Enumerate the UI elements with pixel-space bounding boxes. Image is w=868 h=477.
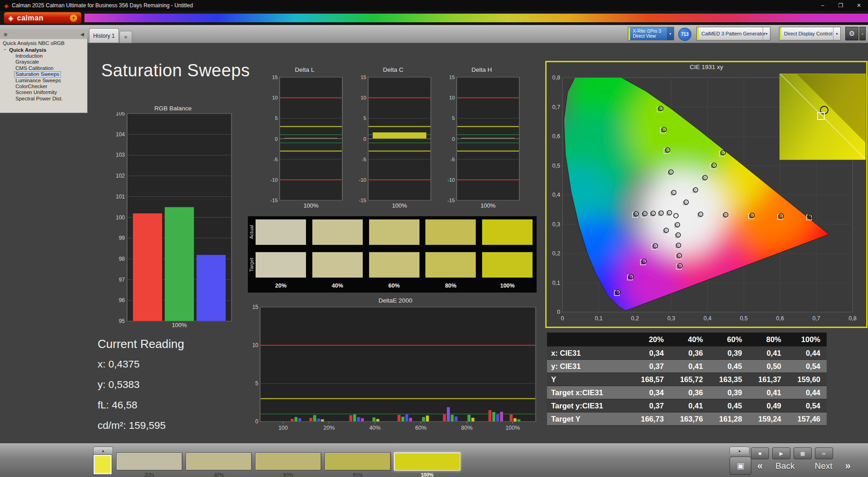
add-tab-button[interactable]: + xyxy=(119,31,132,43)
back-button[interactable]: Back xyxy=(765,461,804,471)
saturation-swatch-color xyxy=(255,452,321,471)
sidebar-item-luminance-sweeps[interactable]: Luminance Sweeps xyxy=(14,78,62,84)
workflow-options-icon[interactable]: ◉ xyxy=(4,32,8,37)
table-cell: 161,37 xyxy=(749,373,788,386)
delta-l-chart: Delta L 151050-5-10-15100% xyxy=(266,66,343,210)
svg-text:-15: -15 xyxy=(270,198,278,203)
logo-bar: ◈ calman ▼ xyxy=(0,11,868,25)
svg-text:0,7: 0,7 xyxy=(552,104,560,110)
tab-history-1[interactable]: History 1 xyxy=(89,28,119,43)
play-button[interactable]: ▶ xyxy=(772,447,790,459)
panel-edge-button[interactable]: ▪ xyxy=(859,27,866,40)
save-button[interactable]: ▦ xyxy=(794,447,812,459)
table-row-label: x: CIE31 xyxy=(547,347,631,360)
table-row-label: y: CIE31 xyxy=(547,360,631,373)
tab-bar: History 1 + X-Rite i1Pro 3 Direct View ▼… xyxy=(0,25,868,43)
table-header-40%: 40% xyxy=(670,333,709,347)
calman-logo-icon: ◈ xyxy=(8,15,14,21)
svg-text:10: 10 xyxy=(449,95,455,100)
actual-swatch-80% xyxy=(425,219,476,245)
rgb-balance-chart: RGB Balance 1051041031021011009998979695… xyxy=(113,105,232,333)
sidebar-item-saturation-sweeps[interactable]: Saturation Sweeps xyxy=(14,71,61,77)
close-button[interactable]: ✕ xyxy=(850,0,868,11)
minimize-button[interactable]: – xyxy=(814,0,832,11)
svg-text:96: 96 xyxy=(119,297,125,303)
collapse-sidebar-button[interactable]: ◀ xyxy=(80,32,84,37)
table-cell: 0,41 xyxy=(749,386,788,399)
saturation-swatch-button-80%[interactable]: 80% xyxy=(325,452,391,477)
delta-h-plot: 151050-5-10-15100% xyxy=(443,74,520,210)
saturation-swatch-button-20%[interactable]: 20% xyxy=(116,452,182,477)
workflow-root-label: Quick Analysis xyxy=(9,47,46,53)
pattern-window-button[interactable]: ▣ xyxy=(730,457,751,475)
table-row: x: CIE310,340,360,390,410,44 xyxy=(547,347,827,360)
table-row-label: Target x:CIE31 xyxy=(547,386,631,399)
delta-h-chart: Delta H 151050-5-10-15100% xyxy=(443,66,520,210)
svg-text:97: 97 xyxy=(119,277,125,283)
svg-text:0,5: 0,5 xyxy=(552,163,560,169)
pattern-generator-dropdown[interactable]: CalMED 3 Pattern Generator ▼ xyxy=(696,27,770,40)
svg-text:-5: -5 xyxy=(273,157,278,162)
sidebar-item-colorchecker[interactable]: ColorChecker xyxy=(14,84,49,89)
svg-text:15: 15 xyxy=(272,75,278,80)
reading-cdm2: cd/m²: 159,595 xyxy=(98,420,184,432)
svg-text:0,2: 0,2 xyxy=(631,315,639,322)
swatch-column-label-80%: 80% xyxy=(425,283,476,289)
window-controls: – ❐ ✕ xyxy=(814,0,868,11)
svg-text:80%: 80% xyxy=(461,425,473,431)
target-swatch-100% xyxy=(482,252,533,278)
last-page-button[interactable]: » xyxy=(843,460,853,472)
target-swatch-80% xyxy=(425,252,476,278)
svg-text:0,3: 0,3 xyxy=(552,221,560,228)
sidebar-item-screen-uniformity[interactable]: Screen Uniformity xyxy=(14,89,58,95)
saturation-swatch-button-100%[interactable]: 100% xyxy=(394,452,460,477)
actual-swatch-40% xyxy=(312,219,363,245)
swatch-row-label-actual: Actual xyxy=(249,221,255,243)
sidebar-item-spectral-power-dist-[interactable]: Spectral Power Dist. xyxy=(14,96,64,102)
sidebar-item-grayscale[interactable]: Grayscale xyxy=(14,59,40,65)
svg-text:5: 5 xyxy=(364,115,366,121)
maximize-button[interactable]: ❐ xyxy=(832,0,850,11)
table-cell: 165,72 xyxy=(670,373,709,386)
reading-y: y: 0,5383 xyxy=(98,379,184,391)
calman-menu-caret-icon: ▼ xyxy=(70,15,77,22)
saturation-swatch-button-60%[interactable]: 60% xyxy=(255,452,321,477)
svg-text:10: 10 xyxy=(272,95,278,100)
svg-text:5: 5 xyxy=(275,115,278,121)
link-button[interactable]: ∞ xyxy=(815,447,833,459)
delta-l-plot: 151050-5-10-15100% xyxy=(266,74,343,210)
first-page-button[interactable]: « xyxy=(755,460,765,472)
rgb-balance-plot: 1051041031021011009998979695100% xyxy=(113,112,232,333)
settings-button[interactable]: ⚙ xyxy=(845,27,858,40)
saturation-swatch-button-40%[interactable]: 40% xyxy=(186,452,252,477)
sidebar-item-introduction[interactable]: Introduction xyxy=(14,53,44,59)
tree-expander-icon[interactable]: − xyxy=(4,47,6,52)
svg-text:0: 0 xyxy=(275,136,278,142)
display-control-dropdown[interactable]: Direct Display Control ▼ xyxy=(779,27,841,40)
meter-dropdown[interactable]: X-Rite i1Pro 3 Direct View ▼ xyxy=(628,27,674,40)
table-cell: 0,37 xyxy=(631,360,670,373)
swatch-column-label-60%: 60% xyxy=(369,283,419,289)
table-row-label: Target y:CIE31 xyxy=(547,399,631,412)
svg-text:40%: 40% xyxy=(369,425,380,431)
pattern-window-icon: ▣ xyxy=(737,461,744,471)
saturation-results-table: 20%40%60%80%100%x: CIE310,340,360,390,41… xyxy=(547,333,827,426)
stop-button[interactable]: ■ xyxy=(751,447,769,459)
sidebar-item-cms-calibration[interactable]: CMS Calibration xyxy=(14,65,55,71)
calman-menu-button[interactable]: ◈ calman ▼ xyxy=(4,12,82,24)
svg-text:0: 0 xyxy=(364,136,366,142)
patch-panel-expand-button[interactable]: ▲ xyxy=(93,447,113,454)
spectrum-bar xyxy=(84,14,868,22)
svg-text:100%: 100% xyxy=(392,202,407,209)
meter-reading-badge: 713 xyxy=(678,28,691,41)
svg-text:0,8: 0,8 xyxy=(848,315,856,322)
link-icon: ∞ xyxy=(822,451,826,456)
table-cell: 0,37 xyxy=(631,399,670,412)
svg-text:98: 98 xyxy=(119,256,125,262)
table-cell: 0,36 xyxy=(670,347,709,360)
transport-expand-button[interactable]: ▲ xyxy=(730,447,750,454)
app-menu-icon[interactable]: ◈ xyxy=(4,3,9,9)
next-button[interactable]: Next xyxy=(805,461,843,471)
workflow-tree-root[interactable]: − Quick Analysis xyxy=(0,47,87,53)
table-cell: 0,49 xyxy=(749,399,788,412)
